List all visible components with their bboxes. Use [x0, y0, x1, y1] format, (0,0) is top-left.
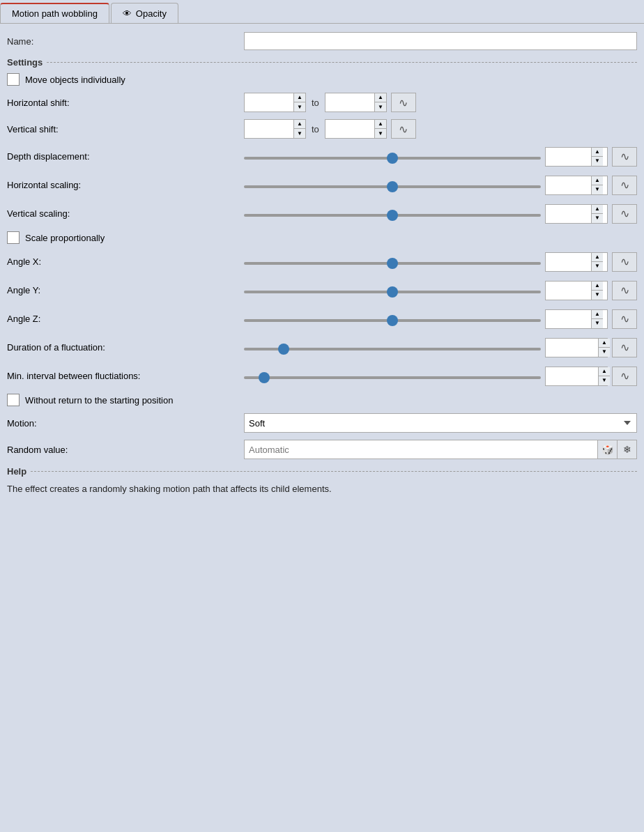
- depth-displacement-up[interactable]: ▲: [592, 148, 603, 157]
- angle-z-wave[interactable]: ∿: [612, 309, 637, 329]
- min-interval-down[interactable]: ▼: [599, 376, 610, 385]
- angle-y-slider[interactable]: [244, 291, 541, 293]
- angle-y-value[interactable]: 0°: [546, 282, 591, 300]
- angle-y-wave[interactable]: ∿: [612, 281, 637, 300]
- depth-displacement-value-group: 0 ▲ ▼: [545, 147, 608, 167]
- without-return-checkbox[interactable]: [7, 394, 20, 406]
- vertical-scaling-label: Vertical scaling:: [7, 208, 244, 219]
- horizontal-shift-to-up[interactable]: ▲: [375, 93, 386, 102]
- horizontal-shift-from[interactable]: -50: [245, 93, 293, 111]
- scale-proportionally-row[interactable]: Scale proportionally: [7, 231, 637, 244]
- motion-dropdown[interactable]: Soft Hard Random: [244, 413, 637, 433]
- opacity-icon: 👁: [123, 8, 132, 19]
- vertical-shift-wave[interactable]: ∿: [391, 119, 416, 139]
- vertical-shift-label: Vertical shift:: [7, 124, 244, 134]
- angle-y-down[interactable]: ▼: [592, 291, 603, 300]
- vertical-shift-to-up[interactable]: ▲: [375, 120, 386, 129]
- horizontal-scaling-spinners: ▲ ▼: [591, 176, 603, 194]
- random-value-input[interactable]: [245, 442, 597, 458]
- vertical-shift-from-down[interactable]: ▼: [294, 129, 305, 138]
- depth-displacement-value[interactable]: 0: [546, 148, 591, 166]
- duration-fluctuation-slider[interactable]: [244, 348, 541, 350]
- duration-fluctuation-value[interactable]: 0.662 s: [546, 339, 598, 357]
- vertical-scaling-slider[interactable]: [244, 214, 541, 217]
- angle-z-value[interactable]: 0°: [546, 310, 591, 328]
- horizontal-shift-from-up[interactable]: ▲: [294, 93, 305, 102]
- angle-z-up[interactable]: ▲: [592, 310, 603, 319]
- vertical-shift-to-down[interactable]: ▼: [375, 129, 386, 138]
- min-interval-up[interactable]: ▲: [599, 367, 610, 376]
- without-return-row[interactable]: Without return to the starting position: [7, 394, 637, 406]
- tab-motion[interactable]: Motion path wobbling: [0, 3, 109, 23]
- depth-displacement-label: Depth displacement:: [7, 151, 244, 162]
- min-interval-value[interactable]: 0.15 s: [546, 367, 598, 385]
- angle-z-slider[interactable]: [244, 319, 541, 322]
- min-interval-slider[interactable]: [244, 376, 541, 379]
- horizontal-shift-control: -50 ▲ ▼ to 50 ▲ ▼ ∿: [244, 93, 637, 112]
- vertical-scaling-wave[interactable]: ∿: [612, 204, 637, 224]
- horizontal-shift-to-down[interactable]: ▼: [375, 102, 386, 111]
- angle-y-slider-container: [244, 279, 541, 301]
- horizontal-shift-row: Horizontal shift: -50 ▲ ▼ to 50 ▲ ▼: [7, 93, 637, 112]
- horizontal-shift-label: Horizontal shift:: [7, 98, 244, 108]
- min-interval-wave[interactable]: ∿: [612, 367, 637, 386]
- vertical-scaling-up[interactable]: ▲: [592, 205, 603, 214]
- random-value-row: Random value: 🎲 ❄: [7, 440, 637, 459]
- random-value-label: Random value:: [7, 445, 244, 455]
- angle-y-up[interactable]: ▲: [592, 282, 603, 291]
- depth-displacement-spinners: ▲ ▼: [591, 148, 603, 166]
- horizontal-scaling-slider-container: [244, 174, 541, 196]
- settings-label: Settings: [7, 57, 43, 68]
- horizontal-scaling-slider[interactable]: [244, 185, 541, 188]
- vertical-scaling-value[interactable]: 0: [546, 205, 591, 223]
- vertical-scaling-down[interactable]: ▼: [592, 214, 603, 223]
- snowflake-icon[interactable]: ❄: [617, 440, 636, 459]
- vertical-shift-to[interactable]: 50: [325, 120, 374, 138]
- depth-displacement-wave[interactable]: ∿: [612, 147, 637, 167]
- angle-x-value-group: 0° ▲ ▼: [545, 252, 608, 272]
- tab-opacity[interactable]: 👁 Opacity: [111, 3, 178, 23]
- duration-fluctuation-down[interactable]: ▼: [599, 348, 610, 357]
- angle-z-down[interactable]: ▼: [592, 319, 603, 328]
- move-objects-row[interactable]: Move objects individually: [7, 73, 637, 86]
- angle-z-label: Angle Z:: [7, 314, 244, 324]
- min-interval-control: 0.15 s ▲ ▼ ∿: [244, 365, 637, 387]
- min-interval-spinners: ▲ ▼: [598, 367, 610, 385]
- angle-x-up[interactable]: ▲: [592, 253, 603, 262]
- tab-bar: Motion path wobbling 👁 Opacity: [0, 0, 644, 24]
- vertical-shift-from-up[interactable]: ▲: [294, 120, 305, 129]
- vertical-shift-from[interactable]: -50: [245, 120, 293, 138]
- depth-displacement-row: Depth displacement: 0 ▲ ▼ ∿: [7, 146, 637, 167]
- duration-fluctuation-up[interactable]: ▲: [599, 339, 610, 348]
- depth-displacement-control: 0 ▲ ▼ ∿: [244, 146, 637, 167]
- angle-x-label: Angle X:: [7, 256, 244, 267]
- horizontal-scaling-wave[interactable]: ∿: [612, 176, 637, 195]
- scale-proportionally-checkbox[interactable]: [7, 231, 20, 244]
- horizontal-scaling-down[interactable]: ▼: [592, 185, 603, 194]
- move-objects-checkbox[interactable]: [7, 73, 20, 86]
- horizontal-shift-from-down[interactable]: ▼: [294, 102, 305, 111]
- horizontal-scaling-row: Horizontal scaling: 0 ▲ ▼ ∿: [7, 174, 637, 196]
- vertical-shift-from-group: -50 ▲ ▼: [244, 119, 306, 139]
- horizontal-scaling-value[interactable]: 0: [546, 176, 591, 194]
- depth-displacement-slider[interactable]: [244, 157, 541, 160]
- angle-x-value[interactable]: 0°: [546, 253, 591, 271]
- depth-displacement-down[interactable]: ▼: [592, 157, 603, 166]
- horizontal-shift-to[interactable]: 50: [325, 93, 374, 111]
- horizontal-scaling-up[interactable]: ▲: [592, 176, 603, 185]
- duration-fluctuation-wave[interactable]: ∿: [612, 338, 637, 357]
- motion-row: Motion: Soft Hard Random: [7, 413, 637, 433]
- vertical-shift-row: Vertical shift: -50 ▲ ▼ to 50 ▲ ▼: [7, 119, 637, 139]
- duration-fluctuation-label: Duration of a fluctuation:: [7, 342, 244, 353]
- angle-x-down[interactable]: ▼: [592, 262, 603, 271]
- angle-y-label: Angle Y:: [7, 285, 244, 295]
- main-content: Name: Settings Move objects individually…: [0, 24, 644, 504]
- random-value-control: 🎲 ❄: [244, 440, 637, 459]
- horizontal-shift-wave[interactable]: ∿: [391, 93, 416, 112]
- horizontal-scaling-value-group: 0 ▲ ▼: [545, 176, 608, 195]
- motion-label: Motion:: [7, 418, 244, 429]
- angle-x-slider[interactable]: [244, 262, 541, 265]
- name-input[interactable]: [244, 32, 637, 50]
- dice-icon[interactable]: 🎲: [597, 440, 617, 459]
- angle-x-wave[interactable]: ∿: [612, 252, 637, 272]
